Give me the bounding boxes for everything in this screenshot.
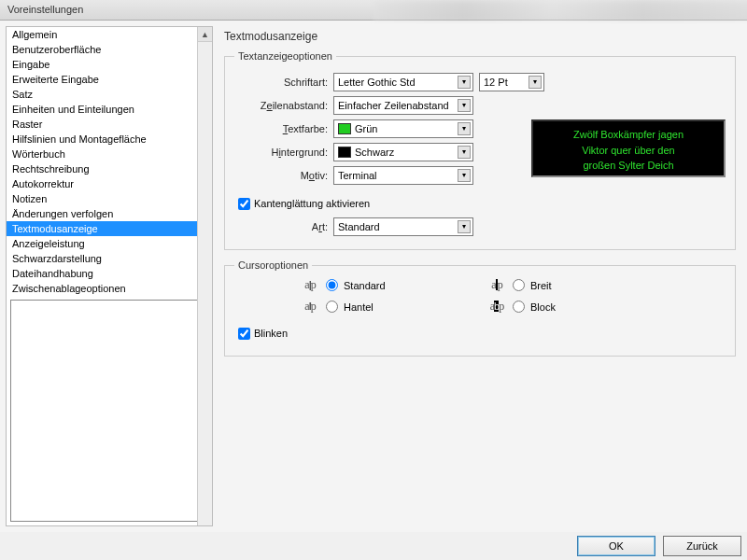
color-swatch-icon (338, 147, 351, 158)
blink-checkbox[interactable] (238, 328, 250, 340)
display-options-legend: Textanzeigeoptionen (234, 50, 336, 62)
textcolor-combo[interactable]: Grün ▾ (333, 119, 473, 138)
bg-value: Schwarz (355, 147, 394, 158)
font-size-combo[interactable]: 12 Pt ▾ (479, 73, 544, 91)
sidebar-item--nderungen-verfolgen[interactable]: Änderungen verfolgen (7, 206, 212, 221)
chevron-down-icon: ▾ (458, 76, 471, 89)
sidebar-item-allgemein[interactable]: Allgemein (7, 27, 212, 42)
chevron-down-icon: ▾ (458, 146, 471, 159)
sidebar-details-box (10, 300, 208, 522)
antialias-label: Kantenglättung aktivieren (254, 198, 370, 209)
sidebar-item-textmodusanzeige[interactable]: Textmodusanzeige (7, 221, 212, 236)
category-sidebar: AllgemeinBenutzeroberflächeEingabeErweit… (6, 26, 213, 526)
display-options-group: Textanzeigeoptionen Schriftart: Letter G… (224, 50, 736, 250)
font-combo[interactable]: Letter Gothic Std ▾ (333, 73, 473, 91)
sidebar-item-autokorrektur[interactable]: Autokorrektur (7, 176, 212, 191)
art-label: Art: (234, 221, 328, 232)
chevron-down-icon: ▾ (458, 122, 471, 135)
cursor-standard-icon: a|p (300, 278, 320, 292)
chevron-down-icon: ▾ (529, 76, 542, 89)
cursor-options-legend: Cursoroptionen (234, 259, 312, 271)
chevron-down-icon: ▾ (458, 220, 471, 233)
cursor-standard-radio[interactable] (326, 279, 338, 291)
motif-value: Terminal (338, 170, 377, 181)
cursor-block-label: Block (530, 301, 556, 313)
cursor-block-icon: abp (486, 300, 507, 314)
spacing-combo[interactable]: Einfacher Zeilenabstand ▾ (333, 96, 473, 115)
window-title: Voreinstellungen (7, 4, 83, 15)
sidebar-item-notizen[interactable]: Notizen (7, 191, 212, 206)
cursor-options-group: Cursoroptionen a|p Standard aIp Breit aI… (224, 259, 736, 357)
cursor-barbell-radio[interactable] (326, 301, 338, 313)
sidebar-item-anzeigeleistung[interactable]: Anzeigeleistung (7, 236, 212, 251)
sidebar-item-satz[interactable]: Satz (7, 87, 212, 102)
font-value: Letter Gothic Std (338, 77, 416, 88)
cursor-wide-icon: aIp (486, 278, 507, 292)
sidebar-scrollbar[interactable]: ▲ (197, 27, 212, 525)
textcolor-value: Grün (355, 123, 377, 134)
cursor-block-radio[interactable] (513, 301, 525, 313)
sidebar-item-dateihandhabung[interactable]: Dateihandhabung (7, 266, 212, 281)
scroll-up-icon[interactable]: ▲ (198, 27, 212, 42)
bg-combo[interactable]: Schwarz ▾ (333, 143, 473, 161)
motif-label: Motiv: (234, 170, 328, 181)
chevron-down-icon: ▾ (458, 169, 471, 182)
antialias-checkbox[interactable] (238, 198, 250, 210)
sidebar-item-hilfslinien-und-montagefl-che[interactable]: Hilfslinien und Montagefläche (7, 132, 212, 147)
sidebar-item-erweiterte-eingabe[interactable]: Erweiterte Eingabe (7, 72, 212, 87)
cursor-standard-label: Standard (344, 280, 386, 291)
back-button[interactable]: Zurück (663, 536, 741, 556)
sidebar-item-schwarzdarstellung[interactable]: Schwarzdarstellung (7, 251, 212, 266)
preview-box: Zwölf Boxkämpfer jagen Viktor quer über … (531, 119, 726, 177)
textcolor-label: Textfarbe: (234, 123, 328, 134)
sidebar-item-benutzeroberfl-che[interactable]: Benutzeroberfläche (7, 42, 212, 57)
preview-line: Viktor quer über den (537, 143, 720, 159)
sidebar-item-w-rterbuch[interactable]: Wörterbuch (7, 147, 212, 161)
blink-label: Blinken (254, 328, 288, 339)
cursor-wide-label: Breit (530, 280, 552, 291)
sidebar-item-einheiten-und-einteilungen[interactable]: Einheiten und Einteilungen (7, 102, 212, 117)
sidebar-item-rechtschreibung[interactable]: Rechtschreibung (7, 161, 212, 176)
ok-button[interactable]: OK (577, 536, 655, 556)
preview-line: großen Sylter Deich (537, 158, 720, 174)
sidebar-item-zwischenablageoptionen[interactable]: Zwischenablageoptionen (7, 281, 212, 296)
cursor-barbell-label: Hantel (344, 301, 374, 313)
bg-label: Hintergrund: (234, 147, 328, 158)
cursor-barbell-icon: aIp (300, 300, 320, 314)
sidebar-item-eingabe[interactable]: Eingabe (7, 57, 212, 72)
sidebar-item-raster[interactable]: Raster (7, 117, 212, 132)
spacing-label: Zeilenabstand: (234, 100, 328, 111)
color-swatch-icon (338, 123, 351, 134)
spacing-value: Einfacher Zeilenabstand (338, 100, 449, 111)
art-value: Standard (338, 221, 380, 232)
art-combo[interactable]: Standard ▾ (333, 217, 473, 236)
titlebar-decor (374, 0, 747, 21)
preview-line: Zwölf Boxkämpfer jagen (537, 127, 720, 143)
font-label: Schriftart: (234, 77, 328, 88)
motif-combo[interactable]: Terminal ▾ (333, 166, 473, 185)
page-title: Textmodusanzeige (224, 30, 736, 43)
cursor-wide-radio[interactable] (513, 279, 525, 291)
font-size-value: 12 Pt (484, 77, 508, 88)
chevron-down-icon: ▾ (458, 99, 471, 112)
